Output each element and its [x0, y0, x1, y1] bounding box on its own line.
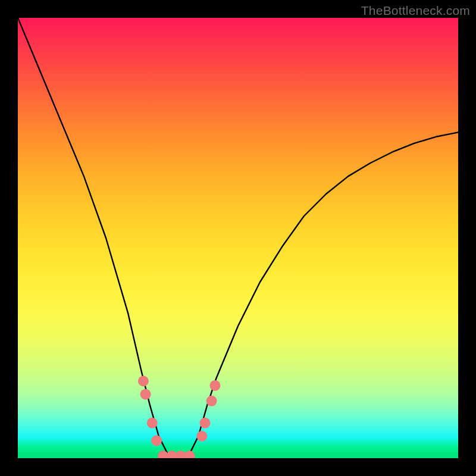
highlight-dot — [147, 418, 158, 428]
highlight-dot — [138, 376, 149, 387]
highlight-dot — [140, 389, 151, 400]
chart-frame: TheBottleneck.com — [0, 0, 476, 476]
highlight-dot — [151, 435, 162, 446]
highlight-dot — [206, 396, 217, 406]
plot-area — [18, 18, 458, 458]
chart-svg — [18, 18, 458, 458]
watermark-text: TheBottleneck.com — [361, 4, 470, 18]
gradient-bg — [18, 18, 458, 458]
highlight-dot — [210, 380, 221, 391]
bottom-green-band — [18, 452, 458, 458]
highlight-dot — [200, 418, 211, 428]
highlight-dot — [196, 431, 207, 441]
